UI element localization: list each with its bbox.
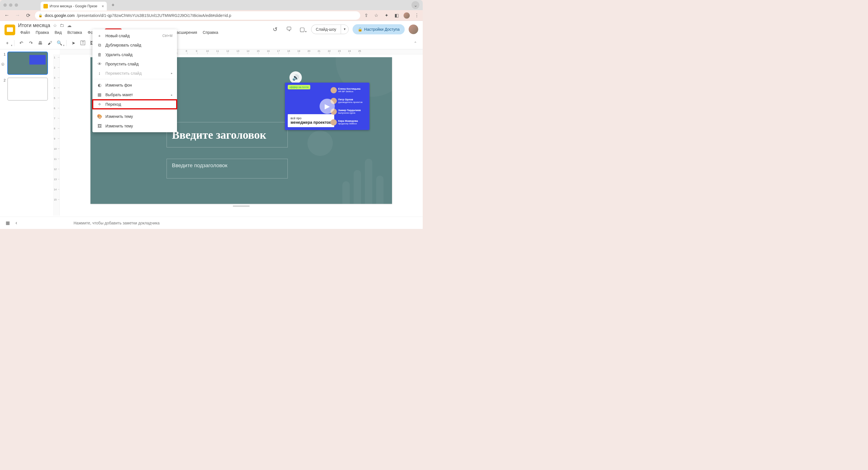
play-icon[interactable]: ▶ bbox=[319, 99, 335, 114]
select-tool[interactable]: ➤ bbox=[69, 39, 77, 47]
forward-button[interactable]: → bbox=[13, 11, 22, 20]
menu-файл[interactable]: Файл bbox=[18, 29, 32, 36]
menu-правка[interactable]: Правка bbox=[33, 29, 51, 36]
menu-item-icon: ⧉ bbox=[97, 42, 102, 48]
person-role: руководитель проектов bbox=[338, 101, 363, 104]
print-button[interactable]: 🖶 bbox=[36, 39, 44, 47]
profile-avatar[interactable] bbox=[404, 12, 410, 19]
app-footer: ▦ ‹ Нажмите, чтобы добавить заметки докл… bbox=[0, 216, 423, 229]
menu-item-icon: + bbox=[97, 33, 102, 38]
menu-item[interactable]: ▦Выбрать макет▸ bbox=[92, 90, 177, 99]
menu-вид[interactable]: Вид bbox=[53, 29, 64, 36]
meet-icon[interactable]: ▢▾ bbox=[298, 25, 307, 34]
video-person: Елена КостицынаHR BP Skillbox bbox=[331, 87, 367, 93]
slide-menu-dropdown: +Новый слайдCtrl+M⧉Дублировать слайд🗑Уда… bbox=[92, 29, 177, 132]
tab-title: Итоги месяца - Google Презе bbox=[50, 4, 97, 8]
menu-item[interactable]: ✧Переход bbox=[92, 99, 177, 109]
slides-favicon-icon bbox=[43, 4, 48, 8]
menu-item-label: Выбрать макет bbox=[105, 92, 133, 97]
window-titlebar: Итоги месяца - Google Презе × + ⌄ bbox=[0, 0, 423, 10]
share-icon[interactable]: ⇪ bbox=[363, 12, 369, 19]
video-caption-main: менеджера проектов bbox=[290, 120, 332, 125]
menu-item-icon: ◐ bbox=[97, 83, 102, 88]
address-bar[interactable]: 🔒 docs.google.com/presentation/d/1-qp78z… bbox=[35, 11, 360, 20]
window-controls[interactable] bbox=[3, 3, 18, 7]
share-button[interactable]: 🔒 Настройки Доступа bbox=[352, 24, 405, 34]
submenu-arrow-icon: ▸ bbox=[171, 71, 173, 75]
zoom-button[interactable]: 🔍 bbox=[56, 39, 63, 47]
slide-number: 2 bbox=[2, 78, 6, 101]
menu-item-icon: 🖼 bbox=[97, 123, 102, 128]
browser-tab[interactable]: Итоги месяца - Google Презе × bbox=[40, 2, 107, 11]
slide-thumbnail-2[interactable] bbox=[7, 78, 48, 101]
menu-item[interactable]: ⧉Дублировать слайд bbox=[92, 40, 177, 50]
filmstrip[interactable]: 1 ⦿ 2 bbox=[0, 49, 53, 216]
textbox-tool[interactable]: 🅃 bbox=[79, 39, 87, 47]
tab-close-icon[interactable]: × bbox=[102, 4, 104, 8]
share-label: Настройки Доступа bbox=[364, 27, 400, 32]
submenu-arrow-icon: ▸ bbox=[171, 93, 173, 96]
close-window-icon[interactable] bbox=[3, 3, 7, 7]
person-role: выпускник курса bbox=[338, 112, 355, 114]
subtitle-placeholder[interactable]: Введите подзаголовок bbox=[166, 159, 288, 178]
back-button[interactable]: ← bbox=[3, 11, 11, 20]
sidepanel-icon[interactable]: ◧ bbox=[394, 12, 400, 19]
menu-item-icon: ▦ bbox=[97, 92, 102, 97]
comments-icon[interactable]: 🗨 bbox=[284, 25, 293, 34]
slide-thumbnail-1[interactable] bbox=[7, 52, 48, 75]
reload-button[interactable]: ⟳ bbox=[24, 11, 32, 20]
new-tab-button[interactable]: + bbox=[109, 1, 117, 9]
menu-item-label: Пропустить слайд bbox=[105, 62, 138, 66]
speaker-notes-placeholder[interactable]: Нажмите, чтобы добавить заметки докладчи… bbox=[73, 221, 159, 225]
new-slide-button[interactable]: + bbox=[3, 39, 11, 47]
video-person: Замир Пардалиеввыпускник курса bbox=[331, 109, 367, 115]
person-role: продюсер Skillbox bbox=[338, 122, 357, 125]
minimize-window-icon[interactable] bbox=[9, 3, 12, 7]
menu-item[interactable]: +Новый слайдCtrl+M bbox=[92, 31, 177, 40]
menu-item[interactable]: 👁Пропустить слайд bbox=[92, 59, 177, 68]
maximize-window-icon[interactable] bbox=[14, 3, 18, 7]
url-host: docs.google.com bbox=[45, 13, 75, 18]
browser-menu-icon[interactable]: ⋮ bbox=[414, 12, 420, 19]
window-expand-button[interactable]: ⌄ bbox=[411, 1, 420, 9]
video-person: Петр Орловруководитель проектов bbox=[331, 98, 367, 104]
audio-icon[interactable]: 🔊 bbox=[289, 71, 302, 84]
redo-button[interactable]: ↷ bbox=[27, 39, 35, 47]
menu-item[interactable]: 🎨Изменить тему bbox=[92, 112, 177, 121]
menu-item[interactable]: 🖼Изменить тему bbox=[92, 121, 177, 130]
video-people-list: Елена КостицынаHR BP SkillboxПетр Орловр… bbox=[331, 85, 367, 128]
bookmark-icon[interactable]: ☆ bbox=[373, 12, 379, 19]
filmstrip-collapse-button[interactable]: ‹ bbox=[16, 220, 17, 226]
toolbar: + ↶ ↷ 🖶 🖌 🔍 ➤ 🅃 🖼 ◯ Выбрать переход ⌃ bbox=[0, 37, 423, 49]
menu-item-icon: 👁 bbox=[97, 61, 102, 66]
slideshow-dropdown[interactable]: ▾ bbox=[341, 25, 349, 34]
paint-format-button[interactable]: 🖌 bbox=[46, 39, 54, 47]
menu-item[interactable]: ◐Изменить фон bbox=[92, 80, 177, 90]
star-icon[interactable]: ☆ bbox=[53, 23, 57, 28]
slides-logo-icon[interactable] bbox=[4, 25, 15, 35]
menu-item-label: Удалить слайд bbox=[105, 53, 132, 57]
move-icon[interactable]: 🗀 bbox=[60, 23, 64, 28]
menu-справка[interactable]: Справка bbox=[200, 29, 220, 36]
video-badge: оффер на почте bbox=[288, 85, 310, 89]
cloud-status-icon: ☁ bbox=[67, 23, 71, 28]
menu-item-label: Переместить слайд bbox=[105, 71, 142, 76]
title-placeholder[interactable]: Введите заголовок bbox=[166, 122, 288, 147]
undo-button[interactable]: ↶ bbox=[17, 39, 25, 47]
menu-item-label: Изменить тему bbox=[105, 124, 133, 128]
menu-item-icon: 🎨 bbox=[97, 114, 102, 119]
notes-resize-handle[interactable] bbox=[233, 206, 250, 207]
collapse-toolbar-button[interactable]: ⌃ bbox=[411, 40, 420, 47]
menu-item-label: Дублировать слайд bbox=[105, 43, 141, 47]
lock-icon: 🔒 bbox=[358, 27, 363, 32]
menu-item-label: Изменить фон bbox=[105, 83, 132, 87]
history-icon[interactable]: ↺ bbox=[271, 25, 280, 34]
menu-item[interactable]: 🗑Удалить слайд bbox=[92, 50, 177, 59]
video-embed[interactable]: оффер на почте всё про менеджера проекто… bbox=[285, 83, 369, 130]
account-avatar[interactable] bbox=[409, 25, 418, 34]
menu-вставка[interactable]: Вставка bbox=[65, 29, 84, 36]
document-title[interactable]: Итоги месяца bbox=[18, 23, 50, 28]
slideshow-button[interactable]: Слайд-шоу bbox=[311, 25, 341, 34]
extensions-icon[interactable]: ✦ bbox=[383, 12, 390, 19]
grid-view-button[interactable]: ▦ bbox=[6, 220, 10, 226]
